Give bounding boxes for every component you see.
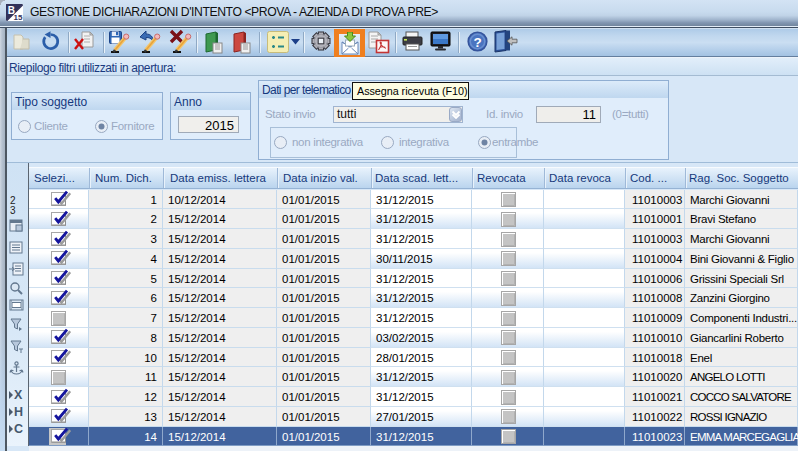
- svg-text:?: ?: [473, 35, 481, 50]
- svg-text:15: 15: [14, 13, 23, 21]
